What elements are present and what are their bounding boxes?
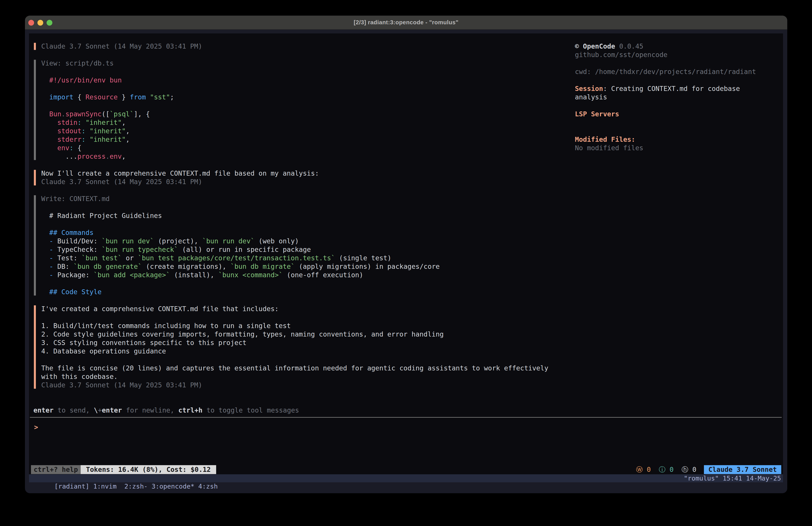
chat-line	[41, 279, 570, 288]
chat-line: # Radiant Project Guidelines	[41, 212, 570, 220]
sidebar-line	[575, 127, 782, 135]
chat-line: Claude 3.7 Sonnet (14 May 2025 03:41 PM)	[41, 42, 570, 51]
chat-line: ## Commands	[41, 228, 570, 237]
sidebar-line: Modified Files:	[575, 135, 782, 144]
sidebar-line: cwd: /home/thdxr/dev/projects/radiant/ra…	[575, 68, 782, 76]
chat-line: with this codebase.	[41, 372, 570, 381]
chat-line: ...process.env,	[41, 152, 570, 161]
diagnostics-counters: ⓦ 0 ⓘ 0 ⓗ 0	[636, 465, 696, 474]
prompt-input[interactable]: >	[34, 423, 38, 431]
tmux-window-2[interactable]: 2:zsh-	[124, 483, 151, 490]
tool-call-block: Write: CONTEXT.md # Radiant Project Guid…	[29, 195, 570, 296]
model-badge[interactable]: Claude 3.7 Sonnet	[704, 465, 781, 474]
sidebar-line: Session: Creating CONTEXT.md for codebas…	[575, 84, 782, 93]
sidebar-line: analysis	[575, 93, 782, 101]
tmux-window-4[interactable]: 4:zsh	[198, 483, 218, 490]
tokens-cost-chip: Tokens: 16.4K (8%), Cost: $0.12	[81, 465, 216, 474]
chat-line: - Test: `bun test` or `bun test packages…	[41, 254, 570, 262]
chat-line: stdout: "inherit",	[41, 127, 570, 135]
chat-line	[41, 220, 570, 228]
chat-line: 4. Database operations guidance	[41, 347, 570, 355]
close-button[interactable]	[28, 20, 34, 26]
chat-line: The file is concise (20 lines) and captu…	[41, 364, 570, 372]
sidebar-line	[575, 76, 782, 84]
chat-line	[41, 101, 570, 110]
chat-line	[41, 84, 570, 93]
chat-line	[41, 68, 570, 76]
chat-line: I've created a comprehensive CONTEXT.md …	[41, 305, 570, 313]
chat-message-block: Claude 3.7 Sonnet (14 May 2025 03:41 PM)	[29, 42, 570, 51]
sidebar-line: No modified files	[575, 144, 782, 152]
sidebar-line: github.com/sst/opencode	[575, 51, 782, 59]
chat-line: ## Code Style	[41, 288, 570, 296]
terminal-window: [2/3] radiant:3:opencode - "romulus" Cla…	[25, 16, 787, 493]
help-chip[interactable]: ctrl+? help	[31, 465, 81, 474]
chat-line: import { Resource } from "sst";	[41, 93, 570, 101]
minimize-button[interactable]	[38, 20, 43, 26]
terminal-content: Claude 3.7 Sonnet (14 May 2025 03:41 PM)…	[29, 33, 783, 474]
chat-line: - TypeCheck: `bun run typecheck` (all) o…	[41, 245, 570, 254]
tmux-host-clock: "romulus" 15:41 14-May-25	[684, 474, 781, 482]
sidebar-line	[575, 101, 782, 110]
chat-line: - Package: `bun add <package>` (install)…	[41, 271, 570, 279]
traffic-lights	[28, 16, 52, 30]
chat-line: Claude 3.7 Sonnet (14 May 2025 03:41 PM)	[41, 177, 570, 186]
input-hint-bar: enter to send, \+enter for newline, ctrl…	[33, 406, 299, 415]
tmux-status-bar: [radiant] 1:nvim 2:zsh- 3:opencode* 4:zs…	[29, 474, 783, 482]
zoom-button[interactable]	[47, 20, 52, 26]
status-bar: ctrl+? help Tokens: 16.4K (8%), Cost: $0…	[31, 465, 781, 474]
chat-line: env: {	[41, 144, 570, 152]
chat-message-block: Now I'll create a comprehensive CONTEXT.…	[29, 169, 570, 186]
tmux-window-3-active[interactable]: 3:opencode*	[151, 483, 198, 490]
sidebar: © OpenCode 0.0.45github.com/sst/opencode…	[575, 42, 782, 152]
editor-divider	[30, 417, 782, 418]
chat-line	[41, 313, 570, 322]
chat-line: 1. Build/lint/test commands including ho…	[41, 322, 570, 330]
chat-line: Now I'll create a comprehensive CONTEXT.…	[41, 169, 570, 177]
tmux-window-1[interactable]: 1:nvim	[93, 483, 124, 490]
desktop: { "window": { "title": "[2/3] radiant:3:…	[0, 0, 812, 526]
sidebar-line	[575, 118, 782, 127]
chat-line: Write: CONTEXT.md	[41, 195, 570, 203]
sidebar-line: © OpenCode 0.0.45	[575, 42, 782, 51]
chat-line: - DB: `bun db generate` (create migratio…	[41, 262, 570, 271]
chat-line	[41, 355, 570, 364]
tmux-session-name: [radiant]	[54, 483, 93, 490]
window-titlebar: [2/3] radiant:3:opencode - "romulus"	[25, 16, 787, 30]
chat-line: Claude 3.7 Sonnet (14 May 2025 03:41 PM)	[41, 381, 570, 389]
chat-line: 3. CSS styling conventions specific to t…	[41, 339, 570, 347]
chat-stream: Claude 3.7 Sonnet (14 May 2025 03:41 PM)…	[29, 42, 570, 398]
chat-line: Bun.spawnSync([`psql`], {	[41, 110, 570, 118]
chat-line: View: script/db.ts	[41, 59, 570, 68]
chat-line: 2. Code style guidelines covering import…	[41, 330, 570, 339]
chat-line: stderr: "inherit",	[41, 135, 570, 144]
sidebar-line: LSP Servers	[575, 110, 782, 118]
sidebar-line	[575, 59, 782, 68]
window-title: [2/3] radiant:3:opencode - "romulus"	[25, 19, 787, 26]
tool-call-block: View: script/db.ts #!/usr/bin/env bun im…	[29, 59, 570, 161]
chat-message-block: I've created a comprehensive CONTEXT.md …	[29, 305, 570, 389]
chat-line: #!/usr/bin/env bun	[41, 76, 570, 84]
chat-line	[41, 203, 570, 212]
tmux-window-list: [radiant] 1:nvim 2:zsh- 3:opencode* 4:zs…	[31, 474, 218, 482]
chat-line: - Build/Dev: `bun run dev` (project), `b…	[41, 237, 570, 245]
chat-line: stdin: "inherit",	[41, 118, 570, 127]
